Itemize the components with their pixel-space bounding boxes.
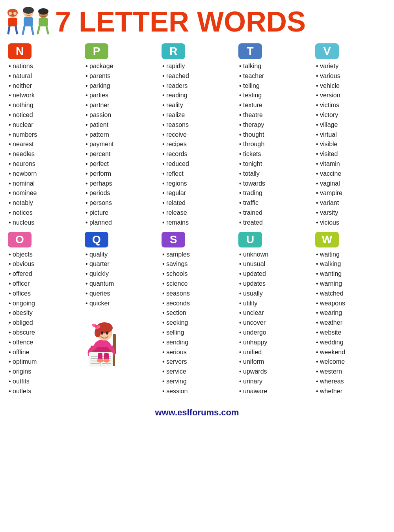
list-item: warning	[315, 279, 386, 289]
list-item: outfits	[8, 377, 79, 387]
list-item: whether	[315, 387, 386, 396]
list-item: reduced	[162, 159, 232, 169]
list-item: theatre	[238, 110, 309, 120]
list-item: vicious	[315, 218, 386, 228]
list-item: waiting	[315, 250, 386, 260]
letter-section-n: Nnationsnaturalneithernetworknothingnoti…	[6, 43, 81, 232]
svg-point-25	[95, 328, 101, 337]
list-item: wanting	[315, 269, 386, 279]
list-item: sending	[162, 338, 232, 348]
list-item: officer	[8, 279, 79, 289]
list-item: readers	[162, 81, 232, 91]
list-item: vampire	[315, 188, 386, 198]
list-item: offered	[8, 269, 79, 279]
letter-section-s: Ssamplessavingsschoolsscienceseasonsseco…	[160, 232, 234, 400]
list-item: variant	[315, 198, 386, 208]
list-item: victory	[315, 110, 386, 120]
list-item: western	[315, 367, 386, 377]
list-item: percent	[85, 149, 156, 159]
svg-point-30	[106, 331, 108, 335]
kids-mascot	[4, 4, 51, 39]
word-list-n: nationsnaturalneithernetworknothingnotic…	[8, 61, 79, 228]
word-list-v: varietyvariousvehicleversionvictimsvicto…	[315, 61, 386, 228]
word-grid: Nnationsnaturalneithernetworknothingnoti…	[0, 41, 394, 404]
list-item: tonight	[238, 159, 309, 169]
letter-badge-n: N	[8, 43, 32, 59]
list-item: talking	[238, 61, 309, 71]
list-item: reached	[162, 71, 232, 81]
list-item: receive	[162, 130, 232, 140]
list-item: quarter	[85, 259, 156, 269]
list-item: session	[162, 387, 232, 396]
list-item: servers	[162, 357, 232, 367]
list-item: reality	[162, 100, 232, 110]
list-item: unusual	[238, 259, 309, 269]
list-item: selling	[162, 328, 232, 338]
list-item: therapy	[238, 120, 309, 130]
letter-section-r: Rrapidlyreachedreadersreadingrealityreal…	[160, 43, 234, 232]
list-item: payment	[85, 140, 156, 149]
list-item: seasons	[162, 289, 232, 299]
list-item: website	[315, 328, 386, 338]
list-item: village	[315, 120, 386, 130]
list-item: varsity	[315, 208, 386, 218]
list-item: vitamin	[315, 159, 386, 169]
list-item: planned	[85, 218, 156, 228]
list-item: perfect	[85, 159, 156, 169]
svg-line-16	[46, 26, 48, 33]
list-item: seeking	[162, 318, 232, 328]
list-item: ongoing	[8, 299, 79, 309]
list-item: obvious	[8, 259, 79, 269]
list-item: parents	[85, 71, 156, 81]
list-item: recipes	[162, 140, 232, 149]
svg-line-15	[38, 26, 39, 33]
list-item: origins	[8, 367, 79, 377]
letter-section-t: Ttalkingteachertellingtestingtexturethea…	[236, 43, 311, 232]
list-item: nothing	[8, 100, 79, 110]
letter-section-v: Vvarietyvariousvehicleversionvictimsvict…	[313, 43, 388, 232]
list-item: reading	[162, 91, 232, 100]
list-item: reasons	[162, 120, 232, 130]
letter-badge-s: S	[162, 232, 185, 247]
word-list-p: packageparentsparkingpartiespartnerpassi…	[85, 61, 156, 228]
list-item: watched	[315, 289, 386, 299]
list-item: upwards	[238, 367, 309, 377]
list-item: notably	[8, 198, 79, 208]
letter-badge-o: O	[8, 232, 32, 247]
word-list-o: objectsobviousofferedofficerofficesongoi…	[8, 250, 79, 396]
letter-badge-p: P	[85, 43, 108, 59]
list-item: passion	[85, 110, 156, 120]
svg-point-4	[13, 12, 17, 15]
list-item: objects	[8, 250, 79, 260]
list-item: thought	[238, 130, 309, 140]
list-item: schools	[162, 269, 232, 279]
list-item: usually	[238, 289, 309, 299]
letter-section-u: Uunknownunusualupdatedupdatesusuallyutil…	[236, 232, 311, 400]
list-item: parties	[85, 91, 156, 100]
svg-point-43	[97, 359, 103, 363]
svg-line-11	[32, 26, 33, 34]
list-item: walking	[315, 259, 386, 269]
list-item: trained	[238, 208, 309, 218]
svg-line-5	[8, 26, 9, 33]
list-item: obscure	[8, 328, 79, 338]
list-item: unhappy	[238, 338, 309, 348]
list-item: numbers	[8, 130, 79, 140]
list-item: texture	[238, 100, 309, 110]
list-item: needles	[8, 149, 79, 159]
list-item: quicker	[85, 299, 156, 309]
list-item: samples	[162, 250, 232, 260]
letter-badge-u: U	[238, 232, 262, 247]
list-item: nucleus	[8, 218, 79, 228]
list-item: release	[162, 208, 232, 218]
list-item: nearest	[8, 140, 79, 149]
letter-section-o: Oobjectsobviousofferedofficerofficesongo…	[6, 232, 81, 400]
reading-girl-illustration	[83, 312, 126, 367]
list-item: rapidly	[162, 61, 232, 71]
list-item: weapons	[315, 299, 386, 309]
list-item: towards	[238, 179, 309, 189]
list-item: outlets	[8, 387, 79, 396]
list-item: nominal	[8, 179, 79, 189]
list-item: pattern	[85, 130, 156, 140]
list-item: telling	[238, 81, 309, 91]
